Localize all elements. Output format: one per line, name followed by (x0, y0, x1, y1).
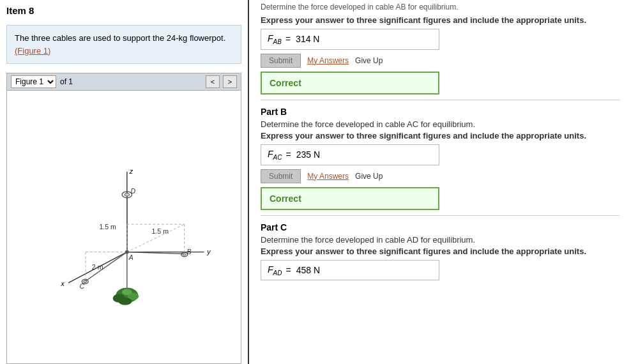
part-b-header: Part B (261, 107, 620, 117)
description-text: The three cables are used to support the… (15, 33, 225, 43)
svg-text:B: B (186, 247, 191, 255)
part-a-answer-label: FAB (268, 33, 282, 45)
svg-point-30 (122, 289, 132, 295)
part-c-instruction: Express your answer to three significant… (261, 246, 620, 256)
part-b-my-answers-link[interactable]: My Answers (307, 172, 349, 181)
svg-text:2 m: 2 m (92, 262, 103, 270)
part-b-answer-value: 235 N (296, 149, 320, 160)
left-panel: Item 8 The three cables are used to supp… (0, 0, 249, 364)
svg-text:C: C (79, 282, 84, 289)
divider-ab (261, 100, 620, 100)
svg-text:D: D (131, 186, 136, 194)
part-a-instruction: Express your answer to three significant… (261, 15, 620, 25)
part-a-my-answers-link[interactable]: My Answers (307, 56, 349, 65)
part-c-section: Part C Determine the force developed in … (261, 222, 620, 281)
part-c-answer-label: FAD (268, 264, 282, 277)
part-c-header: Part C (261, 222, 620, 232)
part-b-submit-button[interactable]: Submit (261, 169, 301, 183)
part-a-answer-value: 314 N (296, 34, 319, 44)
svg-point-19 (183, 253, 186, 255)
part-a-answer-box: FAB = 314 N (261, 29, 439, 50)
part-b-intro: Determine the force developed in cable A… (261, 119, 620, 129)
figure-svg: z x y (15, 138, 232, 317)
svg-point-29 (118, 298, 132, 305)
svg-text:1.5 m: 1.5 m (99, 222, 116, 230)
figure-select[interactable]: Figure 1 (11, 75, 56, 88)
part-b-give-up-link[interactable]: Give Up (355, 172, 383, 181)
part-a-section: Determine the force developed in cable A… (261, 0, 620, 95)
svg-text:1.5 m: 1.5 m (151, 227, 169, 234)
figure-prev-button[interactable]: < (206, 75, 220, 88)
part-c-answer-box: FAD = 458 N (261, 260, 439, 281)
part-a-intro: Determine the force developed in cable A… (261, 0, 620, 14)
item-description: The three cables are used to support the… (6, 25, 241, 64)
figure-panel: Figure 1 of 1 < > z x y (6, 73, 241, 364)
part-b-instruction: Express your answer to three significant… (261, 131, 620, 140)
part-b-section: Part B Determine the force developed in … (261, 107, 620, 210)
svg-point-16 (125, 193, 130, 196)
svg-text:x: x (61, 279, 65, 287)
divider-bc (261, 215, 620, 216)
part-a-give-up-link[interactable]: Give Up (355, 56, 383, 65)
part-b-equals: = (285, 149, 291, 160)
part-a-correct-box: Correct (261, 72, 439, 95)
svg-text:y: y (206, 248, 211, 255)
figure-of-label: of 1 (60, 77, 73, 86)
part-c-intro: Determine the force developed in cable A… (261, 235, 620, 245)
figure-content: z x y (7, 91, 241, 363)
part-c-equals: = (285, 265, 291, 275)
part-c-answer-value: 458 N (296, 265, 320, 275)
figure-link[interactable]: (Figure 1) (15, 46, 50, 56)
svg-text:A: A (128, 254, 133, 261)
figure-toolbar: Figure 1 of 1 < > (7, 73, 241, 91)
item-header: Item 8 (0, 0, 248, 21)
part-a-submit-button[interactable]: Submit (261, 54, 301, 68)
part-a-submit-row: Submit My Answers Give Up (261, 54, 620, 68)
right-panel: Determine the force developed in cable A… (249, 0, 631, 364)
part-b-answer-box: FAC = 235 N (261, 144, 439, 165)
svg-text:z: z (129, 167, 133, 175)
part-b-answer-label: FAC (268, 149, 282, 161)
part-b-correct-box: Correct (261, 187, 439, 210)
part-a-equals: = (285, 34, 291, 44)
figure-next-button[interactable]: > (223, 75, 237, 88)
part-b-submit-row: Submit My Answers Give Up (261, 169, 620, 183)
